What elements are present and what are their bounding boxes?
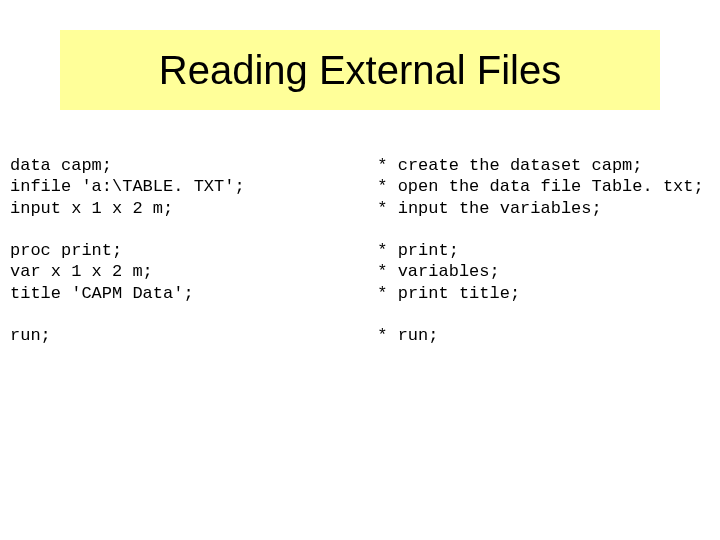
code-comment: * print title;	[377, 284, 520, 303]
code-pad	[51, 326, 377, 345]
code-left: data capm;	[10, 156, 112, 175]
code-left: input x 1 x 2 m;	[10, 199, 173, 218]
title-bar: Reading External Files	[60, 30, 660, 110]
code-pad	[173, 199, 377, 218]
code-pad	[245, 177, 378, 196]
code-line: run; * run;	[10, 326, 438, 345]
code-pad	[194, 284, 378, 303]
code-left: title 'CAPM Data';	[10, 284, 194, 303]
slide: Reading External Files data capm; * crea…	[0, 0, 720, 540]
code-left: proc print;	[10, 241, 122, 260]
code-line: var x 1 x 2 m; * variables;	[10, 262, 500, 281]
code-pad	[112, 156, 377, 175]
code-line: input x 1 x 2 m; * input the variables;	[10, 199, 602, 218]
code-line: infile 'a:\TABLE. TXT'; * open the data …	[10, 177, 704, 196]
code-comment: * open the data file Table. txt;	[377, 177, 703, 196]
code-comment: * print;	[377, 241, 459, 260]
code-line: title 'CAPM Data'; * print title;	[10, 284, 520, 303]
code-line: proc print; * print;	[10, 241, 459, 260]
code-comment: * create the dataset capm;	[377, 156, 642, 175]
code-left: var x 1 x 2 m;	[10, 262, 153, 281]
code-pad	[122, 241, 377, 260]
slide-title: Reading External Files	[159, 48, 561, 93]
code-line: data capm; * create the dataset capm;	[10, 156, 643, 175]
code-pad	[153, 262, 377, 281]
code-left: run;	[10, 326, 51, 345]
code-listing: data capm; * create the dataset capm; in…	[10, 155, 704, 346]
code-left: infile 'a:\TABLE. TXT';	[10, 177, 245, 196]
code-comment: * input the variables;	[377, 199, 601, 218]
code-comment: * variables;	[377, 262, 499, 281]
code-comment: * run;	[377, 326, 438, 345]
